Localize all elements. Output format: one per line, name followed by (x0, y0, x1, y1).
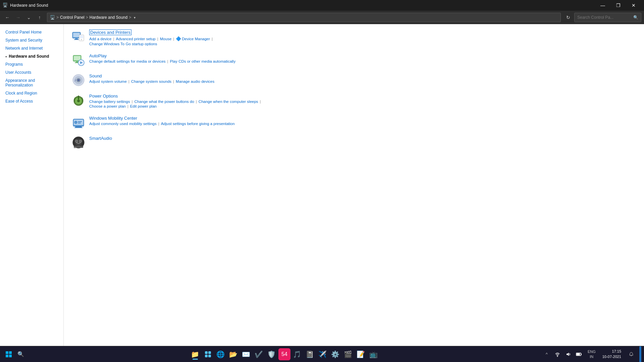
link-add-device[interactable]: Add a device (89, 37, 112, 41)
svg-rect-3 (74, 39, 79, 40)
link-change-battery[interactable]: Change battery settings (89, 100, 130, 104)
taskbar-search-button[interactable]: 🔍 (15, 348, 27, 360)
notification-bar[interactable] (639, 346, 641, 362)
link-mouse[interactable]: Mouse (160, 37, 172, 41)
main-area: Control Panel Home System and Security N… (0, 24, 644, 346)
tray-battery[interactable] (574, 348, 584, 360)
svg-point-16 (78, 79, 79, 81)
mobility-title[interactable]: Windows Mobility Center (89, 116, 137, 121)
taskbar-app-telegram[interactable]: ✈️ (317, 348, 329, 360)
sidebar-item-ease[interactable]: Ease of Access (0, 97, 63, 105)
link-device-manager[interactable]: Device Manager (182, 37, 210, 41)
tray-chevron[interactable]: ^ (542, 348, 551, 360)
smartaudio-icon: |||| (72, 136, 85, 149)
back-button[interactable]: ← (3, 13, 12, 22)
taskbar-app-widgets[interactable] (202, 348, 214, 360)
close-button[interactable]: ✕ (626, 0, 641, 11)
taskbar-app-word[interactable]: 📝 (355, 348, 367, 360)
link-adjust-volume[interactable]: Adjust system volume (89, 79, 127, 83)
window-icon: 🖥️ (3, 3, 8, 8)
lang-indicator[interactable]: ENG IN (586, 349, 597, 359)
taskbar-app-todo[interactable]: ✔️ (253, 348, 265, 360)
section-mobility: Windows Mobility Center Adjust commonly … (72, 116, 636, 129)
taskbar-app-settings[interactable]: ⚙️ (329, 348, 341, 360)
taskbar-app-files[interactable]: 📂 (227, 348, 239, 360)
sidebar-item-clock[interactable]: Clock and Region (0, 89, 63, 97)
system-tray: ^ (542, 348, 584, 360)
path-hardware-sound: Hardware and Sound (90, 15, 127, 20)
svg-rect-2 (75, 38, 78, 39)
clock-time: 17:15 (602, 349, 621, 354)
up-button[interactable]: ↑ (35, 13, 44, 22)
sidebar-item-network[interactable]: Network and Internet (0, 44, 63, 52)
svg-rect-35 (6, 351, 8, 354)
link-power-buttons[interactable]: Change what the power buttons do (134, 100, 194, 104)
search-box[interactable]: 🔍 (574, 13, 641, 22)
link-change-sounds[interactable]: Change system sounds (131, 79, 171, 83)
link-choose-power-plan[interactable]: Choose a power plan (89, 104, 126, 108)
clock[interactable]: 17:15 10-07-2021 (600, 349, 624, 359)
power-links-row1: Change battery settings | Change what th… (89, 100, 262, 104)
address-bar: ← → ⌄ ↑ 🖥️ > Control Panel > Hardware an… (0, 11, 644, 24)
svg-rect-38 (9, 355, 12, 357)
taskbar-app-extra[interactable]: 📺 (368, 348, 380, 360)
smartaudio-title[interactable]: SmartAudio (89, 136, 112, 141)
svg-point-21 (77, 100, 80, 102)
link-manage-audio[interactable]: Manage audio devices (176, 79, 214, 83)
taskbar-app-edge[interactable]: 🌐 (215, 348, 227, 360)
sidebar-item-hardware[interactable]: Hardware and Sound (0, 52, 63, 60)
section-power: Power Options Change battery settings | … (72, 94, 636, 109)
link-windows-to-go[interactable]: Change Windows To Go startup options (89, 42, 157, 46)
sidebar-item-home[interactable]: Control Panel Home (0, 28, 63, 36)
taskbar-app-brave[interactable]: 🛡️ (266, 348, 278, 360)
svg-rect-39 (205, 351, 208, 354)
start-button[interactable] (3, 348, 15, 360)
path-icon: 🖥️ (50, 15, 55, 20)
link-play-cds[interactable]: Play CDs or other media automatically (170, 59, 236, 63)
taskbar-app-music54[interactable]: 54 (278, 348, 290, 360)
sidebar-item-accounts[interactable]: User Accounts (0, 68, 63, 76)
sidebar-item-programs[interactable]: Programs (0, 60, 63, 68)
content-area: Devices and Printers Add a device | Adva… (64, 24, 644, 346)
recent-button[interactable]: ⌄ (24, 13, 34, 22)
power-title[interactable]: Power Options (89, 94, 118, 99)
devices-title[interactable]: Devices and Printers (89, 29, 131, 35)
link-advanced-printer[interactable]: Advanced printer setup (116, 37, 156, 41)
link-presentation-settings[interactable]: Adjust settings before giving a presenta… (161, 122, 235, 126)
taskbar-app-davinci[interactable]: 🎬 (342, 348, 354, 360)
tray-volume[interactable] (564, 348, 573, 360)
svg-rect-8 (74, 56, 80, 60)
autoplay-body: AutoPlay Change default settings for med… (89, 53, 235, 64)
svg-rect-36 (9, 351, 12, 354)
smartaudio-body: SmartAudio (89, 136, 112, 142)
search-icon: 🔍 (633, 15, 638, 20)
device-manager-icon: 🔷 (176, 36, 181, 41)
taskbar-app-amazon-music[interactable]: 🎵 (291, 348, 303, 360)
address-path[interactable]: 🖥️ > Control Panel > Hardware and Sound … (47, 13, 561, 22)
autoplay-title[interactable]: AutoPlay (89, 53, 107, 58)
tray-wifi[interactable] (553, 348, 562, 360)
svg-text:||||: |||| (74, 147, 76, 149)
taskbar-app-mail[interactable]: ✉️ (240, 348, 252, 360)
taskbar-app-onenote[interactable]: 📓 (304, 348, 316, 360)
sound-icon: ♪ (72, 73, 85, 87)
sidebar-item-appearance[interactable]: Appearance and Personalization (0, 76, 63, 89)
svg-rect-46 (577, 353, 580, 355)
link-computer-sleeps[interactable]: Change when the computer sleeps (199, 100, 258, 104)
sidebar-item-system[interactable]: System and Security (0, 36, 63, 44)
devices-body: Devices and Printers Add a device | Adva… (89, 29, 214, 47)
refresh-button[interactable]: ↻ (564, 13, 573, 22)
sound-title[interactable]: Sound (89, 73, 102, 78)
notifications-button[interactable] (627, 348, 636, 360)
link-edit-power-plan[interactable]: Edit power plan (130, 104, 157, 108)
forward-button[interactable]: → (13, 13, 23, 22)
autoplay-links: Change default settings for media or dev… (89, 59, 235, 63)
minimize-button[interactable]: — (595, 0, 610, 11)
svg-rect-41 (205, 355, 208, 357)
devices-links-row1: Add a device | Advanced printer setup | … (89, 36, 214, 41)
search-input[interactable] (577, 15, 633, 20)
link-mobility-settings[interactable]: Adjust commonly used mobility settings (89, 122, 157, 126)
restore-button[interactable]: ❐ (610, 0, 626, 11)
link-change-default-media[interactable]: Change default settings for media or dev… (89, 59, 166, 63)
taskbar-app-explorer[interactable]: 📁 (189, 348, 201, 360)
